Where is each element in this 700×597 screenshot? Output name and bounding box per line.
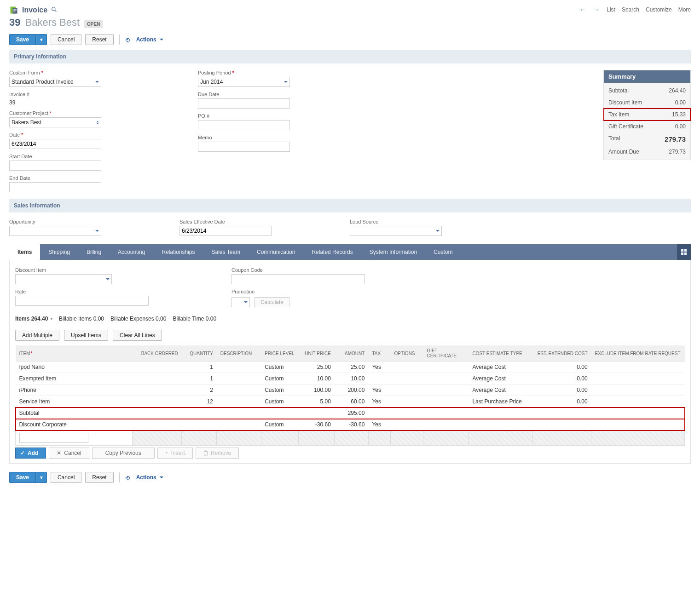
toplink-list[interactable]: List (607, 6, 615, 13)
rate-input[interactable] (15, 296, 149, 306)
record-type: Invoice (22, 6, 47, 14)
col-exclude[interactable]: EXCLUDE ITEM FROM RATE REQUEST (591, 345, 685, 362)
lead-source-select[interactable] (350, 226, 442, 236)
start-date-label: Start Date (9, 154, 101, 159)
table-row[interactable]: iPhone2Custom100.00200.00YesAverage Cost… (16, 385, 685, 396)
grid-add-button[interactable]: ✓Add (15, 448, 46, 459)
table-row[interactable]: Exempted Item1Custom10.0010.00Average Co… (16, 373, 685, 385)
divider (119, 34, 120, 45)
toplink-more[interactable]: More (678, 6, 691, 13)
svg-rect-4 (13, 11, 15, 12)
calculate-button[interactable]: Calculate (255, 297, 289, 307)
end-date-label: End Date (9, 175, 101, 181)
entry-item-select[interactable] (19, 433, 88, 443)
start-date-input[interactable] (9, 161, 101, 171)
status-badge: OPEN (84, 20, 103, 28)
clear-all-lines-button[interactable]: Clear All Lines (113, 330, 162, 341)
divider (119, 472, 120, 482)
col-options[interactable]: OPTIONS (391, 345, 423, 362)
tab-items[interactable]: Items (9, 244, 40, 260)
opportunity-label: Opportunity (9, 219, 101, 224)
tab-sales-team[interactable]: Sales Team (203, 244, 249, 260)
po-input[interactable] (198, 120, 290, 130)
cancel-button[interactable]: Cancel (51, 34, 81, 45)
record-search-icon[interactable] (51, 6, 57, 14)
reset-button[interactable]: Reset (85, 34, 113, 45)
promotion-label: Promotion (231, 289, 328, 294)
nav-next-icon[interactable]: → (593, 6, 600, 14)
col-cost-est-type[interactable]: COST ESTIMATE TYPE (469, 345, 532, 362)
subtab-billable-time[interactable]: Billable Time 0.00 (173, 316, 216, 322)
rate-label: Rate (15, 289, 112, 294)
col-tax[interactable]: TAX (368, 345, 390, 362)
customer-project-select[interactable]: Bakers Best (9, 117, 101, 127)
toplink-customize[interactable]: Customize (646, 6, 672, 13)
memo-label: Memo (198, 135, 290, 140)
custom-form-label: Custom Form * (9, 70, 101, 75)
table-row[interactable]: Discount CorporateCustom-30.60-30.60Yes (16, 419, 685, 431)
grid-cancel-button[interactable]: ✕Cancel (49, 448, 89, 459)
add-multiple-button[interactable]: Add Multiple (15, 330, 59, 341)
col-unit-price[interactable]: UNIT PRICE (298, 345, 335, 362)
col-est-ext-cost[interactable]: EST. EXTENDED COST (533, 345, 591, 362)
tab-system-info[interactable]: System Information (361, 244, 425, 260)
reset-button-bottom[interactable]: Reset (85, 472, 113, 483)
summary-row: Discount Item0.00 (604, 97, 690, 109)
tab-billing[interactable]: Billing (78, 244, 110, 260)
grid-remove-button[interactable]: Remove (196, 448, 239, 459)
table-row[interactable]: Service Item12Custom5.0060.00YesLast Pur… (16, 396, 685, 408)
summary-row: Subtotal264.40 (604, 85, 690, 97)
col-back-ordered[interactable]: BACK ORDERED (132, 345, 182, 362)
save-dropdown[interactable]: ▼ (36, 34, 47, 45)
tab-relationships[interactable]: Relationships (153, 244, 203, 260)
save-button[interactable]: Save (9, 34, 36, 45)
expand-icon-bottom[interactable] (125, 474, 133, 481)
record-number: 39 (9, 17, 20, 29)
table-row[interactable]: Subtotal295.00 (16, 408, 685, 419)
posting-period-select[interactable]: Jun 2014 (198, 77, 290, 87)
subtab-billable-items[interactable]: Billable Items 0.00 (59, 316, 104, 322)
table-row[interactable]: Ipod Nano1Custom25.0025.00YesAverage Cos… (16, 362, 685, 373)
save-dropdown-bottom[interactable]: ▼ (36, 472, 47, 483)
tab-grid-icon[interactable] (677, 244, 691, 260)
svg-rect-2 (13, 9, 17, 10)
col-gift-cert[interactable]: GIFT CERTIFICATE (423, 345, 469, 362)
toplink-search[interactable]: Search (622, 6, 639, 13)
due-date-input[interactable] (198, 98, 290, 109)
tab-communication[interactable]: Communication (249, 244, 303, 260)
actions-menu[interactable]: Actions (136, 36, 163, 43)
actions-menu-bottom[interactable]: Actions (136, 474, 163, 481)
invoice-num-label: Invoice # (9, 92, 101, 97)
entry-row[interactable] (16, 431, 685, 446)
sales-eff-date-input[interactable] (179, 226, 272, 236)
summary-row: Gift Certificate0.00 (604, 121, 690, 132)
tab-custom[interactable]: Custom (425, 244, 461, 260)
discount-item-select[interactable] (15, 274, 112, 284)
coupon-code-input[interactable] (231, 274, 365, 284)
opportunity-select[interactable] (9, 226, 101, 236)
grid-insert-button[interactable]: +Insert (157, 448, 193, 459)
cancel-button-bottom[interactable]: Cancel (51, 472, 81, 483)
col-item[interactable]: ITEM (16, 345, 133, 362)
col-price-level[interactable]: PRICE LEVEL (261, 345, 298, 362)
subtab-billable-expenses[interactable]: Billable Expenses 0.00 (110, 316, 166, 322)
promotion-select[interactable] (231, 297, 250, 307)
custom-form-select[interactable]: Standard Product Invoice (9, 77, 101, 87)
section-primary-info: Primary Information (9, 50, 691, 63)
grid-copy-previous-button[interactable]: Copy Previous (92, 448, 155, 459)
tab-shipping[interactable]: Shipping (40, 244, 78, 260)
date-input[interactable] (9, 139, 101, 149)
col-quantity[interactable]: QUANTITY (182, 345, 217, 362)
tab-accounting[interactable]: Accounting (110, 244, 153, 260)
col-description[interactable]: DESCRIPTION (217, 345, 261, 362)
subtab-items[interactable]: Items 264.40 (15, 316, 52, 322)
expand-icon[interactable] (125, 36, 133, 43)
summary-row: Total279.73 (604, 132, 690, 146)
tab-related-records[interactable]: Related Records (303, 244, 361, 260)
col-amount[interactable]: AMOUNT (335, 345, 369, 362)
end-date-input[interactable] (9, 182, 101, 192)
memo-input[interactable] (198, 142, 290, 152)
upsell-items-button[interactable]: Upsell Items (64, 330, 108, 341)
nav-prev-icon[interactable]: ← (579, 6, 586, 14)
save-button-bottom[interactable]: Save (9, 472, 36, 483)
